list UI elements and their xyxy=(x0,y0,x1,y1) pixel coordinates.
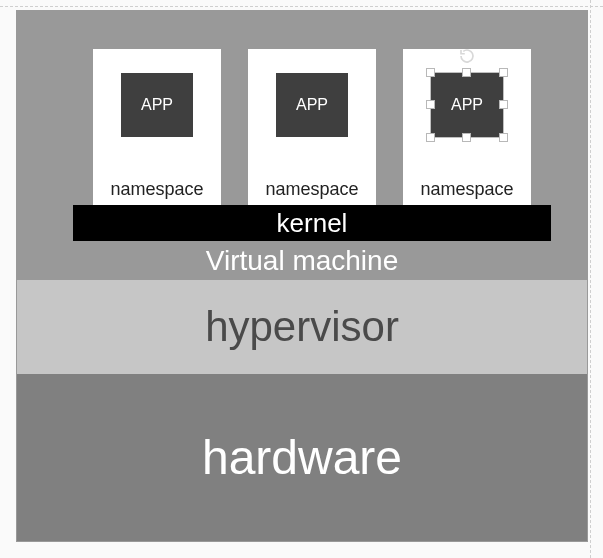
resize-handle-w[interactable] xyxy=(426,100,435,109)
app-label: APP xyxy=(451,96,483,114)
editor-guide-horizontal xyxy=(0,6,603,7)
resize-handle-ne[interactable] xyxy=(499,68,508,77)
app-label: APP xyxy=(141,96,173,114)
resize-handle-nw[interactable] xyxy=(426,68,435,77)
rotate-icon[interactable] xyxy=(458,47,476,65)
namespace-box-3[interactable]: APP namespace xyxy=(403,49,531,205)
namespace-label: namespace xyxy=(110,179,203,200)
kernel-layer[interactable]: kernel xyxy=(73,205,551,241)
namespace-label: namespace xyxy=(420,179,513,200)
app-box-2[interactable]: APP xyxy=(276,73,348,137)
resize-handle-s[interactable] xyxy=(462,133,471,142)
resize-handle-se[interactable] xyxy=(499,133,508,142)
namespace-box-1[interactable]: APP namespace xyxy=(93,49,221,205)
kernel-label: kernel xyxy=(277,208,348,239)
app-box-3-selected[interactable]: APP xyxy=(431,73,503,137)
app-box-1[interactable]: APP xyxy=(121,73,193,137)
resize-handle-e[interactable] xyxy=(499,100,508,109)
app-label: APP xyxy=(296,96,328,114)
namespace-box-2[interactable]: APP namespace xyxy=(248,49,376,205)
editor-guide-vertical xyxy=(590,0,591,558)
resize-handle-sw[interactable] xyxy=(426,133,435,142)
virtual-machine-label: Virtual machine xyxy=(17,245,587,277)
architecture-diagram: APP namespace APP namespace APP xyxy=(16,10,588,542)
resize-handle-n[interactable] xyxy=(462,68,471,77)
virtual-machine-layer: APP namespace APP namespace APP xyxy=(17,11,587,280)
hypervisor-layer[interactable]: hypervisor xyxy=(17,280,587,374)
namespaces-row: APP namespace APP namespace APP xyxy=(93,49,531,205)
hardware-label: hardware xyxy=(202,430,402,485)
hardware-layer[interactable]: hardware xyxy=(17,374,587,541)
namespace-label: namespace xyxy=(265,179,358,200)
hypervisor-label: hypervisor xyxy=(205,303,399,351)
